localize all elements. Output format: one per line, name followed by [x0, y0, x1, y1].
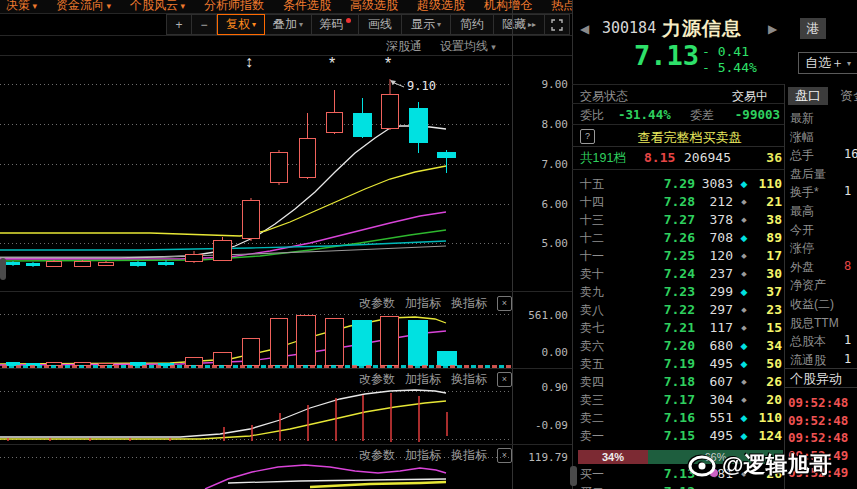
level-label: 十一 [580, 248, 604, 265]
pane-link-换指标[interactable]: 换指标 [451, 371, 487, 388]
info-label-涨幅: 涨幅 [790, 129, 857, 146]
info-value: 1 [844, 352, 851, 366]
order-book-row-卖六[interactable]: 卖六7.20680◆34 [572, 338, 784, 356]
level-volume: 680 [682, 338, 733, 353]
indicator-pane-controls: 改参数加指标换指标× [338, 371, 512, 388]
level-volume: 299 [682, 284, 733, 299]
order-book-row-十五[interactable]: 十五7.293083◆110 [572, 176, 784, 194]
panel-drag-handle[interactable] [0, 258, 6, 280]
pane-link-改参数[interactable]: 改参数 [359, 295, 395, 312]
weicha-label: 委差 [690, 107, 714, 124]
level-count: 34 [750, 338, 782, 353]
order-book-row-卖九[interactable]: 卖九7.23299◆37 [572, 284, 784, 302]
divider [0, 291, 572, 292]
order-diamond-icon: ◆ [737, 341, 751, 351]
axis-tick-label: 7.00 [513, 158, 568, 171]
level-volume: 551 [682, 410, 733, 425]
pane-link-加指标[interactable]: 加指标 [405, 447, 441, 464]
weibo-watermark: @逻辑旭哥 [688, 450, 831, 480]
axis-tick-label: 561.00 [513, 309, 568, 322]
hk-market-button[interactable]: 港 [800, 18, 826, 39]
level-count: 110 [750, 176, 782, 191]
order-diamond-icon: ◆ [737, 378, 751, 386]
level-volume: 212 [682, 194, 733, 209]
alert-time[interactable]: 09:52:48 [788, 413, 848, 428]
level-count: 21 [750, 194, 782, 209]
axis-tick-label: 119.79 [513, 451, 568, 464]
level-label: 卖十 [580, 266, 604, 283]
order-book-row-卖七[interactable]: 卖七7.21117◆15 [572, 320, 784, 338]
level-count: 26 [750, 374, 782, 389]
divider [572, 84, 784, 85]
order-book-row-十三[interactable]: 十三7.27378◆38 [572, 212, 784, 230]
order-diamond-icon: ◆ [737, 324, 751, 332]
order-book-row-卖四[interactable]: 卖四7.18607◆26 [572, 374, 784, 392]
full-depth-link[interactable]: 查看完整档买卖盘 [602, 129, 777, 147]
info-label-股息TTM: 股息TTM [790, 315, 857, 332]
divider [572, 103, 784, 104]
order-book-row-十四[interactable]: 十四7.28212◆21 [572, 194, 784, 212]
tab-zijin[interactable]: 资金 [833, 87, 857, 105]
pane-link-加指标[interactable]: 加指标 [405, 295, 441, 312]
order-book-row-卖八[interactable]: 卖八7.22297◆23 [572, 302, 784, 320]
order-book-row-十一[interactable]: 十一7.25120◆17 [572, 248, 784, 266]
weibi-label: 委比 [580, 107, 604, 124]
level-label: 十五 [580, 176, 604, 193]
chart-event-marker: ↕ [245, 58, 253, 66]
level-count: 30 [750, 266, 782, 281]
alert-time[interactable]: 09:52:48 [788, 430, 848, 445]
ref-price: 8.15 [644, 150, 675, 165]
order-diamond-icon: ◆ [737, 287, 751, 297]
price-axis: 9.008.007.006.005.00561.000.000.90-0.091… [512, 0, 573, 489]
alert-time[interactable]: 09:52:48 [788, 395, 848, 410]
divider [0, 368, 572, 369]
pane-link-换指标[interactable]: 换指标 [451, 447, 487, 464]
info-label-最新: 最新 [790, 110, 857, 127]
close-pane-icon[interactable]: × [497, 372, 512, 387]
prev-stock-button[interactable]: ◀ [580, 22, 589, 36]
info-value: 16 [844, 147, 857, 161]
pane-link-改参数[interactable]: 改参数 [359, 371, 395, 388]
level-label: 卖八 [580, 302, 604, 319]
pane-link-改参数[interactable]: 改参数 [359, 447, 395, 464]
pane-link-换指标[interactable]: 换指标 [451, 295, 487, 312]
order-book-row-卖十[interactable]: 卖十7.24237◆30 [572, 266, 784, 284]
close-pane-icon[interactable]: × [497, 296, 512, 311]
order-book-row-卖二[interactable]: 卖二7.16551◆110 [572, 410, 784, 428]
panel-drag-handle[interactable] [570, 466, 577, 486]
indicator-pane-controls: 改参数加指标换指标× [338, 295, 512, 312]
level-label: 卖六 [580, 338, 604, 355]
kline-chart[interactable] [0, 0, 512, 489]
level-volume: 117 [682, 320, 733, 335]
help-icon[interactable]: ? [580, 129, 595, 144]
ref-volume: 206945 [684, 150, 731, 165]
weibi-value: -31.44% [618, 107, 671, 122]
order-diamond-icon: ◆ [737, 396, 751, 404]
next-stock-button[interactable]: ▶ [768, 22, 777, 36]
level-volume: 120 [682, 248, 733, 263]
order-book-row-卖一[interactable]: 卖一7.15495◆124 [572, 428, 784, 446]
tab-pankou[interactable]: 盘口 [788, 87, 828, 105]
level-volume: 607 [682, 374, 733, 389]
order-book-row-卖五[interactable]: 卖五7.19495◆50 [572, 356, 784, 374]
level-count: 124 [750, 428, 782, 443]
order-book-row-十二[interactable]: 十二7.26708◆89 [572, 230, 784, 248]
info-label-今开: 今开 [790, 222, 857, 239]
full-depth-link-row[interactable]: ? 查看完整档买卖盘 [572, 126, 784, 147]
axis-tick-label: -0.09 [513, 419, 568, 432]
level-volume: 297 [682, 302, 733, 317]
divider [784, 84, 785, 489]
pane-link-加指标[interactable]: 加指标 [405, 371, 441, 388]
order-book-row-卖三[interactable]: 卖三7.17304◆20 [572, 392, 784, 410]
chart-section: +−复权▾叠加▾筹码画线显示▾简约隐藏▸▸ 深股通 设置均线 ▾ 9.008.0… [0, 0, 572, 489]
watermark-text: @逻辑旭哥 [722, 450, 831, 480]
divider [572, 124, 784, 125]
level-count: 15 [750, 320, 782, 335]
order-diamond-icon: ◆ [737, 306, 751, 314]
order-book-row-买二[interactable]: 买二7.12 [572, 484, 784, 489]
add-watchlist-button[interactable]: 自选＋ ▾ [798, 52, 857, 74]
level-count: 23 [750, 302, 782, 317]
chevron-down-icon: ▾ [847, 59, 851, 68]
close-pane-icon[interactable]: × [497, 448, 512, 463]
level-label: 十二 [580, 230, 604, 247]
